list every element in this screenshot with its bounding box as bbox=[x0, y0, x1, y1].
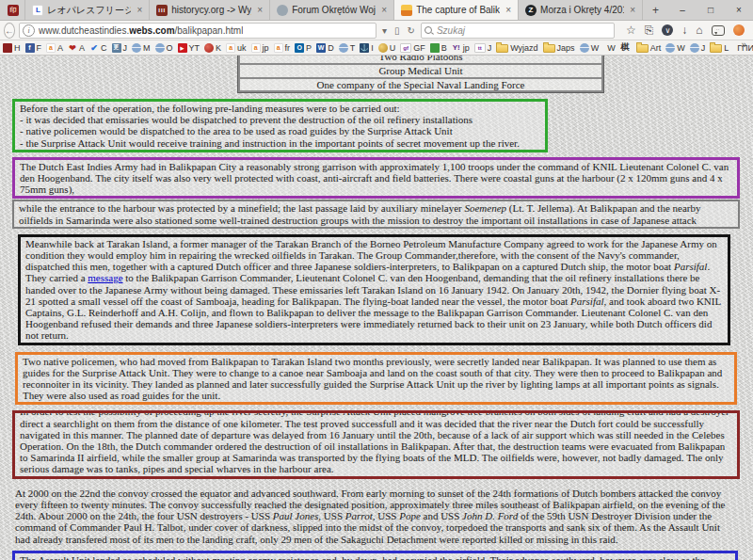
pinned-tab[interactable]: 印 bbox=[0, 0, 25, 20]
bookmark-item[interactable]: B bbox=[430, 43, 447, 53]
bookmark-label: O bbox=[167, 43, 173, 53]
bookmark-item[interactable]: O bbox=[155, 43, 173, 53]
bookmark-item[interactable]: H bbox=[3, 43, 21, 53]
bookmark-favicon-icon bbox=[132, 43, 141, 53]
bookmark-label: jp bbox=[263, 43, 269, 53]
bookmark-item[interactable]: Wyjazd bbox=[496, 42, 537, 53]
tab-label: historycy.org -> Wyjazd bbox=[171, 5, 251, 15]
bookmark-item[interactable]: W bbox=[580, 43, 600, 53]
bookmark-item[interactable]: a jp bbox=[251, 43, 269, 53]
minimize-button[interactable]: – bbox=[668, 0, 697, 20]
close-tab-icon[interactable]: × bbox=[257, 5, 263, 15]
bookmark-favicon-icon: gf bbox=[400, 43, 411, 53]
minefield-box: while the entrance to the harbour was pr… bbox=[12, 200, 740, 228]
bookmark-label: Wyjazd bbox=[510, 43, 537, 53]
close-tab-icon[interactable]: × bbox=[630, 5, 635, 15]
balikpapan-favicon-icon bbox=[401, 5, 412, 16]
bookmark-star-icon[interactable]: ☆ bbox=[626, 24, 636, 36]
search-field[interactable] bbox=[421, 23, 615, 39]
paragraph: Meanwhile back at Tarakan Island, a form… bbox=[25, 238, 723, 342]
bookmark-item[interactable]: a uk bbox=[226, 43, 247, 53]
maximize-button[interactable]: □ bbox=[697, 0, 725, 20]
bookmark-item[interactable]: J bbox=[690, 43, 706, 53]
close-tab-icon[interactable]: × bbox=[505, 5, 511, 15]
bookmark-favicon-icon bbox=[339, 43, 348, 53]
bookmark-item[interactable]: 更 J bbox=[112, 43, 128, 53]
close-window-button[interactable]: × bbox=[725, 0, 753, 20]
bookmark-item[interactable]: Japs bbox=[543, 42, 575, 53]
paragraph-line: - it was decided that emissaries would b… bbox=[20, 114, 540, 125]
paragraph: The Assault Unit landed as scheduled wit… bbox=[20, 554, 730, 560]
bookmark-favicon-icon bbox=[690, 43, 699, 53]
paragraph: The Dutch East Indies Army had in Balikp… bbox=[20, 161, 732, 196]
bookmark-item[interactable]: U bbox=[378, 43, 396, 53]
native-policemen-box: Two native policemen, who had moved from… bbox=[15, 352, 737, 406]
bookmark-label: GF bbox=[413, 43, 425, 53]
bookmark-favicon-icon: W bbox=[316, 43, 326, 53]
bookmark-item[interactable]: a A bbox=[46, 43, 63, 53]
forum-favicon-icon bbox=[277, 5, 288, 16]
bookmark-favicon-icon bbox=[3, 43, 12, 53]
bookmark-label: M bbox=[143, 43, 151, 53]
bookmark-item[interactable]: Y! jp bbox=[452, 43, 470, 53]
bookmark-item[interactable]: T bbox=[339, 43, 356, 53]
bookmark-item[interactable]: tt J bbox=[474, 43, 492, 53]
table-cell: Group Medical Unit bbox=[238, 64, 603, 78]
tab-forum-okretow[interactable]: Forum Okrętów Wojennych +... × bbox=[270, 0, 394, 20]
bookmark-favicon-icon: ❤ bbox=[68, 43, 77, 53]
downloads-icon[interactable]: ↓ bbox=[681, 24, 687, 36]
pocket-icon[interactable]: ∨ bbox=[662, 24, 673, 36]
tab-capture-of-balikpapan[interactable]: The capture of Balikpapa... × bbox=[394, 0, 519, 20]
bookmark-item[interactable]: ⚓ I bbox=[360, 43, 374, 53]
tab-bar: 印 L レオパレスフリージア(202... × III historycy.or… bbox=[0, 0, 753, 21]
bookmark-item[interactable]: W D bbox=[316, 43, 334, 53]
feedback-bubble-icon[interactable]: ·· bbox=[712, 25, 725, 36]
reader-mode-icon[interactable]: ▯ bbox=[393, 25, 402, 36]
new-tab-button[interactable]: + bbox=[643, 0, 668, 20]
refresh-icon[interactable]: ↻ bbox=[406, 25, 417, 36]
bookmark-item[interactable]: 棋 bbox=[620, 43, 632, 53]
pre-landing-measures-box: Before the start of the operation, the f… bbox=[12, 99, 548, 152]
bookmark-label: W bbox=[591, 43, 600, 53]
garrison-box: The Dutch East Indies Army had in Balikp… bbox=[12, 157, 740, 200]
bookmarks-overflow-icon[interactable]: » bbox=[738, 40, 749, 50]
bookmark-item[interactable]: ✔ C bbox=[89, 43, 107, 53]
bookmark-item[interactable]: f F bbox=[25, 43, 42, 53]
addon-icon[interactable] bbox=[733, 24, 745, 36]
site-info-icon[interactable]: i bbox=[23, 24, 35, 37]
clipboard-icon[interactable]: ⎘ bbox=[645, 24, 654, 36]
bookmark-item[interactable]: M bbox=[132, 43, 151, 53]
bookmark-favicon-icon bbox=[636, 44, 649, 53]
bookmark-item[interactable]: K bbox=[204, 43, 221, 53]
url-bar[interactable]: i www.dutcheastindies.webs.com/balikpapa… bbox=[19, 23, 376, 39]
bookmark-label: K bbox=[216, 43, 221, 53]
close-tab-icon[interactable]: × bbox=[136, 5, 142, 15]
bookmark-item[interactable]: O P bbox=[295, 43, 312, 53]
bookmark-item[interactable]: W bbox=[665, 43, 685, 53]
bookmark-favicon-icon bbox=[603, 43, 605, 53]
search-input[interactable] bbox=[435, 24, 611, 37]
message-link[interactable]: message bbox=[88, 272, 122, 283]
paragraph: while the entrance to the harbour was pr… bbox=[19, 202, 733, 225]
bookmark-favicon-icon: Y! bbox=[452, 43, 461, 53]
home-icon[interactable]: ⌂ bbox=[696, 24, 702, 36]
tab-leopalace[interactable]: L レオパレスフリージア(202... × bbox=[25, 0, 150, 20]
bookmark-label: W bbox=[677, 43, 685, 53]
close-tab-icon[interactable]: × bbox=[381, 5, 387, 15]
window-controls: – □ × bbox=[668, 0, 753, 20]
bookmark-item[interactable]: Art bbox=[636, 42, 662, 53]
bookmark-item[interactable]: gf GF bbox=[400, 43, 425, 53]
back-button[interactable]: ← bbox=[4, 23, 15, 39]
url-dropdown-icon[interactable]: ▾ bbox=[380, 25, 389, 36]
bookmark-item[interactable]: L bbox=[710, 42, 729, 53]
bookmark-label: A bbox=[79, 43, 85, 53]
search-icon bbox=[425, 26, 432, 34]
bookmark-item[interactable]: ▶ YT bbox=[178, 43, 200, 53]
tab-label: Forum Okrętów Wojennych +... bbox=[292, 5, 376, 15]
tab-morza-i-okrety[interactable]: Z Morza i Okręty 4/2016 - Z... × bbox=[519, 0, 643, 20]
bookmark-item[interactable]: W bbox=[603, 43, 616, 53]
bookmark-item[interactable]: ❤ A bbox=[68, 43, 85, 53]
unit-table: Two Radio Platoons Group Medical Unit On… bbox=[237, 56, 604, 93]
tab-historycy[interactable]: III historycy.org -> Wyjazd × bbox=[150, 0, 270, 20]
bookmark-item[interactable]: a fr bbox=[274, 43, 291, 53]
